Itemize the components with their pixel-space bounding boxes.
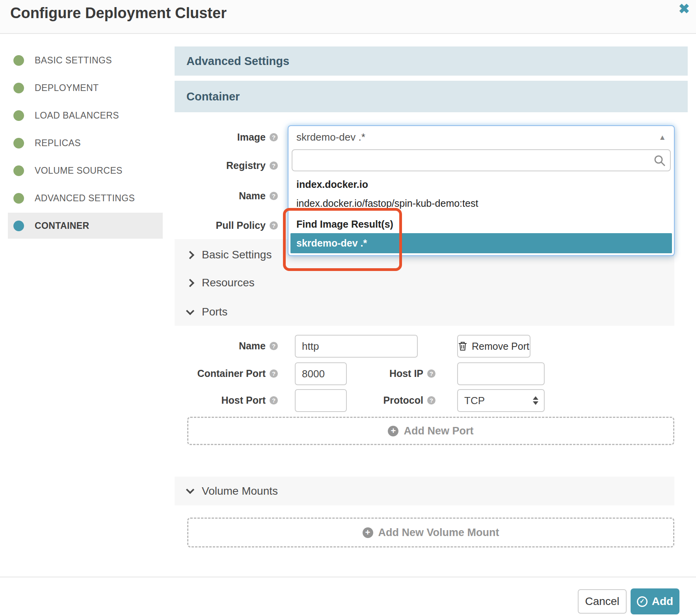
host-ip-input[interactable] [457,362,545,385]
image-selected-value: skrdemo-dev .* [296,131,365,143]
plus-circle-icon: + [388,426,398,436]
sidebar-item-label: REPLICAS [35,138,81,148]
protocol-selected-value: TCP [464,395,485,407]
protocol-label: Protocol [383,395,423,406]
caret-up-icon: ▲ [659,133,666,142]
name-label-row: Name ? [175,190,278,202]
section-label: Ports [202,306,227,318]
dropdown-option-image[interactable]: index.docker.io/fastop/spin-kub-demo:tes… [288,194,674,213]
trash-icon [458,341,467,351]
add-new-volume-mount-label: Add New Volume Mount [378,527,499,539]
remove-port-label: Remove Port [472,341,529,352]
port-name-input[interactable] [295,335,418,358]
host-ip-label-row: Host IP ? [332,367,435,379]
sidebar-item-label: CONTAINER [35,221,89,231]
port-name-label-row: Name ? [175,340,278,352]
cancel-button[interactable]: Cancel [578,589,627,614]
dropdown-option-highlighted[interactable]: skrdemo-dev .* [290,233,672,253]
pull-policy-label: Pull Policy [216,220,266,231]
sidebar-item-advanced-settings[interactable]: ADVANCED SETTINGS [0,184,166,212]
sidebar-item-container[interactable]: CONTAINER [8,213,163,239]
advanced-settings-section-header: Advanced Settings [175,46,688,76]
image-label-row: Image ? [175,131,278,143]
section-toggle-ports[interactable]: Ports [187,305,227,319]
help-icon[interactable]: ? [270,133,278,141]
help-icon[interactable]: ? [270,369,278,378]
step-complete-dot-icon [13,165,24,176]
sidebar-item-volume-sources[interactable]: VOLUME SOURCES [0,157,166,184]
registry-label: Registry [226,160,266,171]
close-icon[interactable]: ✖ [679,1,690,17]
add-button[interactable]: ✓ Add [631,588,679,614]
wizard-sidebar: BASIC SETTINGS DEPLOYMENT LOAD BALANCERS… [0,34,166,239]
container-section-header: Container [175,81,688,112]
modal-header: Configure Deployment Cluster ✖ [0,0,696,34]
modal-footer: Cancel ✓ Add [0,577,696,616]
host-port-label: Host Port [221,395,266,406]
section-toggle-volume-mounts[interactable]: Volume Mounts [175,477,674,505]
chevron-down-icon [186,486,194,494]
help-icon[interactable]: ? [270,396,278,404]
image-dropdown: skrdemo-dev .* ▲ index.docker.io index.d… [288,125,675,256]
pull-policy-label-row: Pull Policy ? [175,219,278,231]
check-circle-icon: ✓ [637,596,648,607]
container-port-label-row: Container Port ? [175,367,278,379]
section-toggle-resources[interactable]: Resources [187,276,255,290]
section-label: Volume Mounts [202,485,278,497]
sidebar-item-label: DEPLOYMENT [35,83,99,93]
sidebar-item-label: LOAD BALANCERS [35,110,119,121]
select-spinner-icon [533,396,538,405]
add-button-label: Add [652,595,673,608]
add-new-volume-mount-button[interactable]: + Add New Volume Mount [187,518,674,547]
step-active-dot-icon [13,221,24,231]
host-ip-label: Host IP [389,368,423,379]
step-complete-dot-icon [13,83,24,93]
sidebar-item-label: BASIC SETTINGS [35,55,112,66]
remove-port-button[interactable]: Remove Port [457,335,530,358]
help-icon[interactable]: ? [270,192,278,200]
sidebar-item-label: VOLUME SOURCES [35,165,123,176]
chevron-right-icon [186,250,194,259]
plus-circle-icon: + [363,527,373,538]
section-label: Resources [202,276,255,289]
help-icon[interactable]: ? [270,342,278,350]
image-search-input[interactable] [292,149,671,171]
section-label: Basic Settings [202,249,272,261]
sidebar-item-load-balancers[interactable]: LOAD BALANCERS [0,102,166,129]
registry-label-row: Registry ? [175,160,278,171]
chevron-down-icon [186,306,194,315]
step-complete-dot-icon [13,193,24,204]
sidebar-item-replicas[interactable]: REPLICAS [0,129,166,157]
section-toggle-basic-settings[interactable]: Basic Settings [187,248,272,262]
help-icon[interactable]: ? [270,221,278,230]
page-title: Configure Deployment Cluster [10,5,227,22]
step-complete-dot-icon [13,138,24,148]
port-name-label: Name [239,340,266,352]
container-port-label: Container Port [197,368,266,379]
sidebar-item-label: ADVANCED SETTINGS [35,193,135,204]
add-new-port-label: Add New Port [404,425,473,437]
name-label: Name [239,190,266,202]
dropdown-option-registry[interactable]: index.docker.io [288,175,674,194]
host-port-label-row: Host Port ? [175,394,278,406]
image-select-value-row[interactable]: skrdemo-dev .* ▲ [288,126,674,148]
dropdown-group-find-image-results: Find Image Result(s) [288,216,674,232]
protocol-label-row: Protocol ? [332,394,435,406]
search-icon [653,154,665,166]
step-complete-dot-icon [13,110,24,121]
image-label: Image [237,132,266,143]
sidebar-item-deployment[interactable]: DEPLOYMENT [0,74,166,102]
chevron-right-icon [186,278,194,287]
sidebar-item-basic-settings[interactable]: BASIC SETTINGS [0,46,166,74]
step-complete-dot-icon [13,55,24,66]
help-icon[interactable]: ? [427,369,435,378]
help-icon[interactable]: ? [427,396,435,404]
add-new-port-button[interactable]: + Add New Port [187,417,674,445]
configure-deployment-cluster-modal: Configure Deployment Cluster ✖ BASIC SET… [0,0,696,616]
help-icon[interactable]: ? [270,161,278,170]
protocol-select[interactable]: TCP [457,389,545,412]
